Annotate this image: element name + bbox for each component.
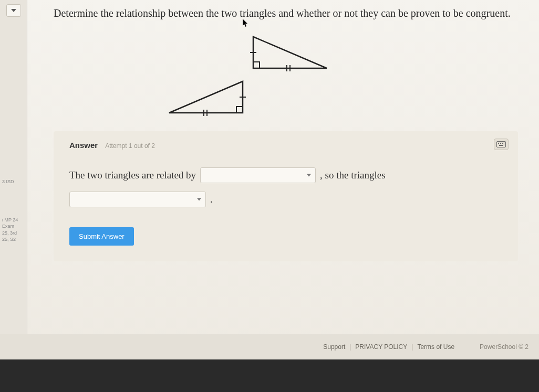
sentence-part-1: The two triangles are related by [69, 164, 196, 186]
footer-terms-link[interactable]: Terms of Use [417, 343, 454, 351]
sentence-period: . [210, 188, 213, 210]
answer-panel: Answer Attempt 1 out of 2 The two triang… [54, 131, 518, 261]
answer-sentence: The two triangles are related by , so th… [69, 164, 502, 186]
question-text: Determine the relationship between the t… [54, 5, 516, 21]
sidebar-item[interactable]: Exam [2, 223, 25, 230]
triangle-2 [248, 31, 332, 73]
nav-dropdown[interactable] [6, 4, 21, 17]
attempt-label: Attempt 1 out of 2 [105, 142, 155, 150]
chevron-down-icon [307, 174, 311, 176]
main-content: Determine the relationship between the t… [27, 0, 539, 359]
submit-button[interactable]: Submit Answer [69, 227, 134, 246]
answer-label: Answer [69, 141, 98, 150]
keyboard-icon[interactable] [494, 139, 509, 150]
footer-brand: PowerSchool © 2 [480, 343, 528, 351]
chevron-down-icon [197, 198, 201, 200]
triangle-figure [54, 26, 518, 126]
footer-support-link[interactable]: Support [323, 343, 345, 351]
sidebar-item[interactable]: 25, 3rd [2, 230, 25, 237]
footer: Support | PRIVACY POLICY | Terms of Use … [0, 334, 539, 359]
sidebar-item[interactable]: 3 ISD [2, 178, 25, 185]
chevron-down-icon [11, 9, 16, 12]
sidebar-labels: 3 ISD i MP 24 Exam 25, 3rd 25, S2 [0, 178, 25, 243]
sentence-part-2: , so the triangles [320, 164, 386, 186]
triangle-1 [164, 76, 248, 118]
conclusion-dropdown[interactable] [69, 192, 206, 207]
footer-privacy-link[interactable]: PRIVACY POLICY [355, 343, 407, 351]
relationship-dropdown[interactable] [200, 167, 316, 183]
sidebar-item[interactable]: 25, S2 [2, 236, 25, 243]
sidebar-item[interactable]: i MP 24 [2, 217, 25, 224]
